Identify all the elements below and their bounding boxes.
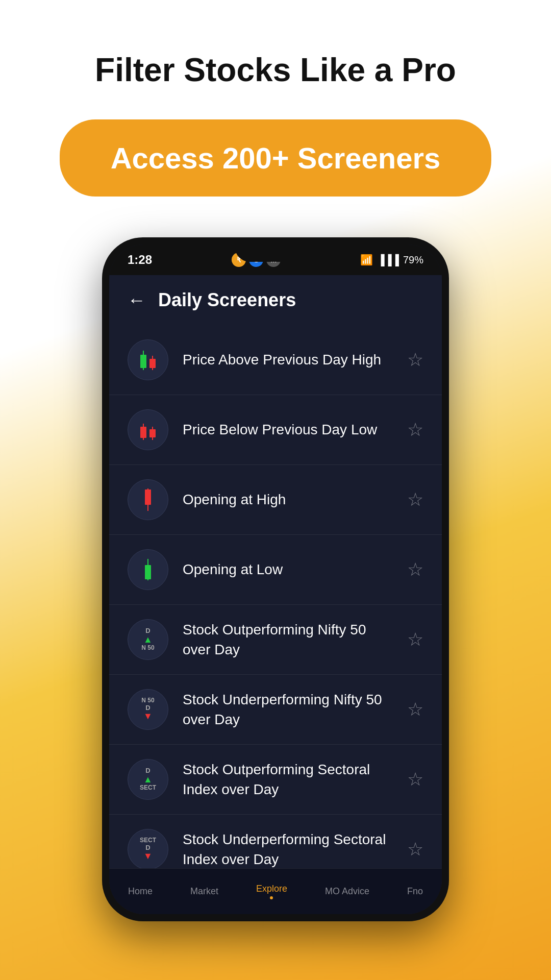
screener-label: Price Above Previous Day High (183, 350, 393, 370)
screener-label: Opening at High (183, 489, 393, 509)
favorite-star[interactable]: ☆ (407, 489, 423, 510)
screener-label: Stock Underperforming Sectoral Index ove… (183, 829, 393, 868)
sectoral-outperform-icon: D ▲ SECT (128, 759, 168, 800)
screener-item[interactable]: Price Below Previous Day Low ☆ (109, 395, 442, 465)
screener-item[interactable]: Opening at Low ☆ (109, 535, 442, 605)
favorite-star[interactable]: ☆ (407, 629, 423, 650)
favorite-star[interactable]: ☆ (407, 349, 423, 371)
active-indicator (270, 896, 273, 899)
candle-down-icon (128, 409, 168, 450)
back-button[interactable]: ← (128, 289, 146, 311)
nav-fno[interactable]: Fno (407, 886, 423, 897)
phone-mockup: 1:28 ₹ S M 📶 ▐▐▐ 79% ← Daily Screeners (102, 237, 449, 921)
screener-label: Stock Underperforming Nifty 50 over Day (183, 690, 393, 729)
favorite-star[interactable]: ☆ (407, 839, 423, 860)
favorite-star[interactable]: ☆ (407, 699, 423, 720)
candle-up-icon (128, 339, 168, 380)
screener-label: Stock Outperforming Sectoral Index over … (183, 760, 393, 799)
nav-market[interactable]: Market (190, 886, 218, 897)
phone-notch (235, 244, 316, 262)
screener-item[interactable]: D ▲ N 50 Stock Outperforming Nifty 50 ov… (109, 605, 442, 675)
nav-mo-advice[interactable]: MO Advice (325, 886, 369, 897)
nav-home[interactable]: Home (128, 886, 153, 897)
battery-icon: 79% (403, 254, 423, 266)
opening-low-icon (128, 549, 168, 590)
favorite-star[interactable]: ☆ (407, 769, 423, 790)
signal-icon: ▐▐▐ (377, 254, 399, 266)
favorite-star[interactable]: ☆ (407, 559, 423, 580)
screener-item[interactable]: Price Above Previous Day High ☆ (109, 325, 442, 395)
sectoral-underperform-icon: SECT D ▼ (128, 829, 168, 868)
screener-item[interactable]: N 50 D ▼ Stock Underperforming Nifty 50 … (109, 675, 442, 745)
access-button[interactable]: Access 200+ Screeners (60, 119, 492, 197)
nav-explore[interactable]: Explore (256, 884, 287, 899)
opening-high-icon (128, 479, 168, 520)
screener-item[interactable]: D ▲ SECT Stock Outperforming Sectoral In… (109, 745, 442, 815)
screener-list: Price Above Previous Day High ☆ (109, 325, 442, 868)
nifty-underperform-icon: N 50 D ▼ (128, 689, 168, 730)
screen-header: ← Daily Screeners (109, 275, 442, 325)
favorite-star[interactable]: ☆ (407, 419, 423, 440)
screener-label: Stock Outperforming Nifty 50 over Day (183, 620, 393, 659)
status-time: 1:28 (128, 253, 152, 267)
page-title: Filter Stocks Like a Pro (95, 51, 456, 89)
bottom-nav: Home Market Explore MO Advice Fno (109, 868, 442, 914)
status-icons: 📶 ▐▐▐ 79% (360, 254, 423, 266)
screener-label: Opening at Low (183, 559, 393, 579)
nifty-outperform-icon: D ▲ N 50 (128, 619, 168, 660)
screener-item[interactable]: Opening at High ☆ (109, 465, 442, 535)
screener-label: Price Below Previous Day Low (183, 420, 393, 439)
wifi-icon: 📶 (360, 254, 373, 266)
screener-item[interactable]: SECT D ▼ Stock Underperforming Sectoral … (109, 815, 442, 868)
screen-title: Daily Screeners (158, 289, 296, 311)
